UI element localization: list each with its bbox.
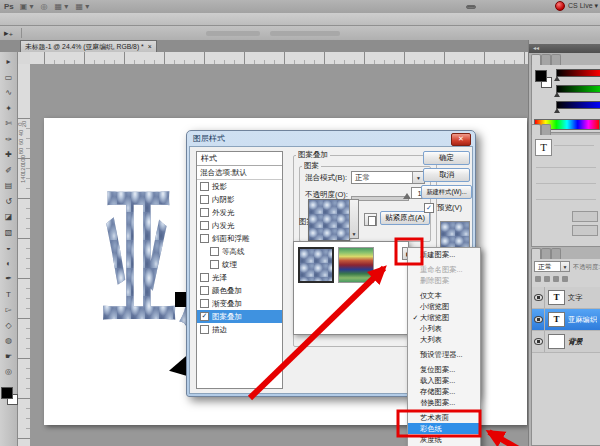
zoom-level-icon[interactable]: ◎ [41,2,48,11]
layer-row[interactable]: T 文字 [532,287,600,309]
red-slider-handle[interactable] [554,76,560,81]
tool-button-type[interactable]: T [2,287,16,303]
menu-item[interactable]: 灰度纸 [408,434,480,445]
style-checkbox[interactable] [210,260,219,269]
tool-button-3d[interactable]: ◍ [2,333,16,349]
tool-button-quick-select[interactable]: ✦ [2,101,16,117]
layer-blend-mode-select[interactable]: 正常 ▼ [534,261,570,272]
style-checkbox[interactable] [200,234,209,243]
blue-slider-handle[interactable] [554,108,560,113]
style-checkbox[interactable] [200,273,209,282]
style-list-item[interactable]: 投影 [197,180,282,193]
workspace-button[interactable] [466,5,476,9]
preview-checkbox[interactable]: ✓ [424,203,434,213]
tool-button-blur[interactable]: ◒ [2,240,16,256]
layer-row[interactable]: 背景 [532,331,600,353]
pattern-swatch[interactable] [308,199,350,241]
style-list-item[interactable]: 颜色叠加 [197,284,282,297]
new-preset-from-pattern-button[interactable] [364,213,377,226]
menu-item[interactable]: 替换图案... [408,397,480,408]
bridge-icon[interactable]: ▣ ▾ [20,2,34,11]
panel-tab[interactable] [531,54,541,65]
style-list-item[interactable]: 光泽 [197,271,282,284]
tool-button-pen[interactable]: ✒ [2,271,16,287]
style-checkbox[interactable] [200,195,209,204]
arrange-documents-icon[interactable]: ▦ ▾ [55,2,69,11]
style-list-item[interactable]: 外发光 [197,206,282,219]
tool-button-eyedropper[interactable]: ✑ [2,132,16,148]
style-checkbox[interactable]: ✓ [200,312,209,321]
panel-tab[interactable] [541,248,551,259]
workspace-button[interactable] [516,6,524,8]
menu-item[interactable]: 仅文本 [408,290,480,301]
tool-button-clone-stamp[interactable]: ▤ [2,178,16,194]
tie-dye-pattern-thumbnail[interactable] [338,247,374,283]
panel-tab[interactable] [551,248,561,259]
style-checkbox[interactable] [200,286,209,295]
tool-button-lasso[interactable]: ∿ [2,85,16,101]
panel-tab[interactable] [531,248,541,259]
dialog-close-icon[interactable]: ✕ [451,133,471,146]
tool-button-path-select[interactable]: ▻ [2,302,16,318]
panel-button[interactable] [572,225,598,236]
snap-to-origin-button[interactable]: 贴紧原点(A) [380,211,430,225]
tool-button-hand[interactable]: ☛ [2,349,16,365]
style-list-item[interactable]: 斜面和浮雕 [197,232,282,245]
blue-slider[interactable] [556,101,600,109]
style-checkbox[interactable] [200,299,209,308]
layer-thumbnail[interactable]: T [548,290,565,305]
bubbles-pattern-thumbnail[interactable] [298,247,334,283]
tool-button-gradient[interactable]: ▧ [2,225,16,241]
visibility-eye-icon[interactable] [532,331,545,352]
panel-button[interactable] [572,211,598,222]
panel-tab[interactable] [541,54,551,65]
menu-item[interactable]: 艺术表面 [408,412,480,423]
style-checkbox[interactable] [200,325,209,334]
layer-thumbnail[interactable]: T [548,312,565,327]
panel-tab[interactable] [541,124,551,135]
menu-item[interactable]: 复位图案... [408,364,480,375]
menu-item[interactable]: 新建图案... [408,249,480,260]
screen-mode-icon[interactable]: ▦ ▾ [75,2,89,11]
tool-button-history-brush[interactable]: ↺ [2,194,16,210]
tab-close-icon[interactable]: × [148,43,152,50]
tool-button-zoom[interactable]: ◎ [2,364,16,380]
tool-button-brush[interactable]: ✐ [2,163,16,179]
style-checkbox[interactable] [200,208,209,217]
tool-button-shape[interactable]: ◇ [2,318,16,334]
pattern-picker-dropdown[interactable]: ▼ [349,199,359,239]
style-checkbox[interactable] [200,182,209,191]
lock-icons[interactable] [535,276,568,282]
style-checkbox[interactable] [210,247,219,256]
visibility-eye-icon[interactable] [532,287,545,308]
panel-tab[interactable] [531,124,541,135]
cs-live-button[interactable]: CS Live ▾ [555,1,598,11]
style-list-item[interactable]: 等高线 [197,245,282,258]
layer-thumbnail[interactable] [548,334,565,349]
red-slider[interactable] [556,69,600,77]
foreground-color-swatch[interactable] [1,387,13,399]
tool-button-move[interactable]: ▸ [2,54,16,70]
dock-collapse-bar[interactable]: ◂◂ [529,44,600,53]
menu-item[interactable]: 存储图案... [408,386,480,397]
dialog-title[interactable]: 图层样式 [193,133,225,144]
style-list-item[interactable]: 内阴影 [197,193,282,206]
style-list-item[interactable]: 混合选项:默认 [197,166,282,180]
tool-button-eraser[interactable]: ◪ [2,209,16,225]
workspace-button[interactable] [484,6,492,8]
move-tool-options-icon[interactable]: ▸₊ [0,28,17,38]
menu-item[interactable]: ✓ 大缩览图 [408,312,480,323]
menu-item[interactable]: 预设管理器... [408,349,480,360]
document-tab[interactable]: 未标题-1 @ 24.4% (亚麻编织, RGB/8) * × [20,40,157,52]
style-checkbox[interactable] [200,221,209,230]
style-list-item[interactable]: 纹理 [197,258,282,271]
tool-button-crop[interactable]: ✄ [2,116,16,132]
green-slider-handle[interactable] [554,92,560,97]
tool-button-dodge[interactable]: ◐ [2,256,16,272]
opacity-slider-handle[interactable] [403,193,411,199]
visibility-eye-icon[interactable] [532,309,545,330]
green-slider[interactable] [556,85,600,93]
menu-item[interactable]: 小缩览图 [408,301,480,312]
foreground-color-swatch[interactable] [535,70,547,82]
style-list-item[interactable]: 渐变叠加 [197,297,282,310]
